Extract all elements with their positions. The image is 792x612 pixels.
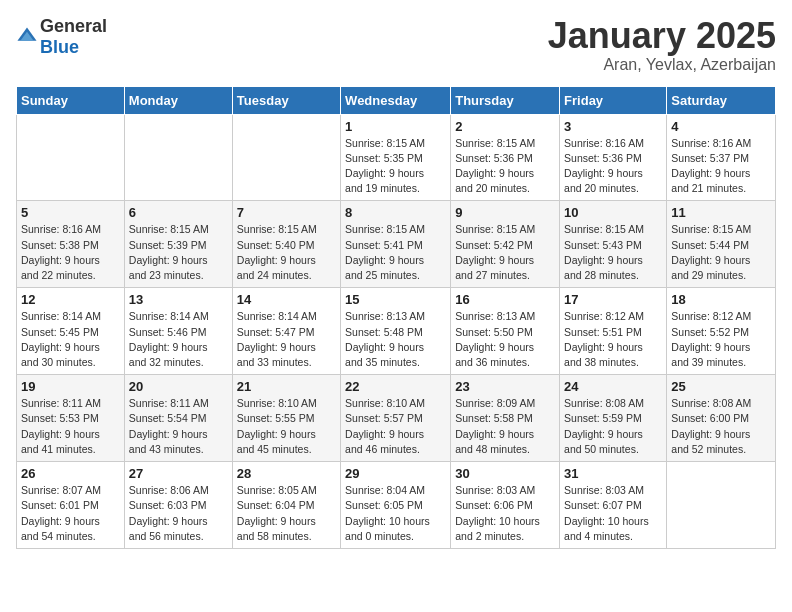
day-info: Sunrise: 8:11 AM Sunset: 5:54 PM Dayligh… bbox=[129, 396, 228, 457]
day-number: 9 bbox=[455, 205, 555, 220]
day-info: Sunrise: 8:03 AM Sunset: 6:07 PM Dayligh… bbox=[564, 483, 662, 544]
day-info: Sunrise: 8:15 AM Sunset: 5:41 PM Dayligh… bbox=[345, 222, 446, 283]
day-info: Sunrise: 8:03 AM Sunset: 6:06 PM Dayligh… bbox=[455, 483, 555, 544]
day-number: 23 bbox=[455, 379, 555, 394]
day-number: 10 bbox=[564, 205, 662, 220]
day-info: Sunrise: 8:13 AM Sunset: 5:50 PM Dayligh… bbox=[455, 309, 555, 370]
weekday-header-tuesday: Tuesday bbox=[232, 86, 340, 114]
day-number: 16 bbox=[455, 292, 555, 307]
calendar-cell: 4Sunrise: 8:16 AM Sunset: 5:37 PM Daylig… bbox=[667, 114, 776, 201]
day-info: Sunrise: 8:08 AM Sunset: 5:59 PM Dayligh… bbox=[564, 396, 662, 457]
day-info: Sunrise: 8:13 AM Sunset: 5:48 PM Dayligh… bbox=[345, 309, 446, 370]
day-info: Sunrise: 8:10 AM Sunset: 5:57 PM Dayligh… bbox=[345, 396, 446, 457]
calendar-cell bbox=[17, 114, 125, 201]
day-info: Sunrise: 8:15 AM Sunset: 5:43 PM Dayligh… bbox=[564, 222, 662, 283]
day-number: 5 bbox=[21, 205, 120, 220]
day-number: 31 bbox=[564, 466, 662, 481]
day-number: 21 bbox=[237, 379, 336, 394]
day-number: 6 bbox=[129, 205, 228, 220]
day-info: Sunrise: 8:15 AM Sunset: 5:42 PM Dayligh… bbox=[455, 222, 555, 283]
calendar-cell: 1Sunrise: 8:15 AM Sunset: 5:35 PM Daylig… bbox=[341, 114, 451, 201]
weekday-header-wednesday: Wednesday bbox=[341, 86, 451, 114]
weekday-header-sunday: Sunday bbox=[17, 86, 125, 114]
calendar-cell: 18Sunrise: 8:12 AM Sunset: 5:52 PM Dayli… bbox=[667, 288, 776, 375]
day-info: Sunrise: 8:14 AM Sunset: 5:46 PM Dayligh… bbox=[129, 309, 228, 370]
calendar-cell: 21Sunrise: 8:10 AM Sunset: 5:55 PM Dayli… bbox=[232, 375, 340, 462]
day-number: 11 bbox=[671, 205, 771, 220]
calendar-cell: 31Sunrise: 8:03 AM Sunset: 6:07 PM Dayli… bbox=[560, 462, 667, 549]
calendar-cell: 29Sunrise: 8:04 AM Sunset: 6:05 PM Dayli… bbox=[341, 462, 451, 549]
day-number: 4 bbox=[671, 119, 771, 134]
day-number: 12 bbox=[21, 292, 120, 307]
calendar-cell: 11Sunrise: 8:15 AM Sunset: 5:44 PM Dayli… bbox=[667, 201, 776, 288]
day-info: Sunrise: 8:11 AM Sunset: 5:53 PM Dayligh… bbox=[21, 396, 120, 457]
logo: General Blue bbox=[16, 16, 107, 58]
title-block: January 2025 Aran, Yevlax, Azerbaijan bbox=[548, 16, 776, 74]
day-info: Sunrise: 8:15 AM Sunset: 5:44 PM Dayligh… bbox=[671, 222, 771, 283]
calendar-cell: 9Sunrise: 8:15 AM Sunset: 5:42 PM Daylig… bbox=[451, 201, 560, 288]
calendar-cell: 2Sunrise: 8:15 AM Sunset: 5:36 PM Daylig… bbox=[451, 114, 560, 201]
calendar-cell bbox=[667, 462, 776, 549]
day-info: Sunrise: 8:08 AM Sunset: 6:00 PM Dayligh… bbox=[671, 396, 771, 457]
calendar-week-row: 26Sunrise: 8:07 AM Sunset: 6:01 PM Dayli… bbox=[17, 462, 776, 549]
calendar-table: SundayMondayTuesdayWednesdayThursdayFrid… bbox=[16, 86, 776, 549]
day-number: 7 bbox=[237, 205, 336, 220]
calendar-cell: 30Sunrise: 8:03 AM Sunset: 6:06 PM Dayli… bbox=[451, 462, 560, 549]
day-info: Sunrise: 8:05 AM Sunset: 6:04 PM Dayligh… bbox=[237, 483, 336, 544]
day-info: Sunrise: 8:16 AM Sunset: 5:37 PM Dayligh… bbox=[671, 136, 771, 197]
day-number: 26 bbox=[21, 466, 120, 481]
weekday-header-saturday: Saturday bbox=[667, 86, 776, 114]
calendar-cell: 28Sunrise: 8:05 AM Sunset: 6:04 PM Dayli… bbox=[232, 462, 340, 549]
calendar-cell: 19Sunrise: 8:11 AM Sunset: 5:53 PM Dayli… bbox=[17, 375, 125, 462]
weekday-header-thursday: Thursday bbox=[451, 86, 560, 114]
day-number: 2 bbox=[455, 119, 555, 134]
calendar-body: 1Sunrise: 8:15 AM Sunset: 5:35 PM Daylig… bbox=[17, 114, 776, 548]
day-number: 29 bbox=[345, 466, 446, 481]
day-number: 28 bbox=[237, 466, 336, 481]
weekday-header-monday: Monday bbox=[124, 86, 232, 114]
day-info: Sunrise: 8:07 AM Sunset: 6:01 PM Dayligh… bbox=[21, 483, 120, 544]
day-number: 19 bbox=[21, 379, 120, 394]
day-info: Sunrise: 8:15 AM Sunset: 5:40 PM Dayligh… bbox=[237, 222, 336, 283]
day-number: 3 bbox=[564, 119, 662, 134]
calendar-week-row: 12Sunrise: 8:14 AM Sunset: 5:45 PM Dayli… bbox=[17, 288, 776, 375]
day-number: 8 bbox=[345, 205, 446, 220]
day-number: 15 bbox=[345, 292, 446, 307]
day-number: 30 bbox=[455, 466, 555, 481]
day-info: Sunrise: 8:15 AM Sunset: 5:39 PM Dayligh… bbox=[129, 222, 228, 283]
day-number: 22 bbox=[345, 379, 446, 394]
calendar-week-row: 5Sunrise: 8:16 AM Sunset: 5:38 PM Daylig… bbox=[17, 201, 776, 288]
day-info: Sunrise: 8:16 AM Sunset: 5:38 PM Dayligh… bbox=[21, 222, 120, 283]
calendar-cell: 24Sunrise: 8:08 AM Sunset: 5:59 PM Dayli… bbox=[560, 375, 667, 462]
logo-blue-text: Blue bbox=[40, 37, 79, 57]
page-header: General Blue January 2025 Aran, Yevlax, … bbox=[16, 16, 776, 74]
calendar-cell: 25Sunrise: 8:08 AM Sunset: 6:00 PM Dayli… bbox=[667, 375, 776, 462]
day-info: Sunrise: 8:15 AM Sunset: 5:36 PM Dayligh… bbox=[455, 136, 555, 197]
day-number: 17 bbox=[564, 292, 662, 307]
calendar-cell: 14Sunrise: 8:14 AM Sunset: 5:47 PM Dayli… bbox=[232, 288, 340, 375]
calendar-cell: 12Sunrise: 8:14 AM Sunset: 5:45 PM Dayli… bbox=[17, 288, 125, 375]
logo-general-text: General bbox=[40, 16, 107, 36]
calendar-cell: 16Sunrise: 8:13 AM Sunset: 5:50 PM Dayli… bbox=[451, 288, 560, 375]
calendar-cell: 7Sunrise: 8:15 AM Sunset: 5:40 PM Daylig… bbox=[232, 201, 340, 288]
calendar-subtitle: Aran, Yevlax, Azerbaijan bbox=[548, 56, 776, 74]
weekday-header-row: SundayMondayTuesdayWednesdayThursdayFrid… bbox=[17, 86, 776, 114]
calendar-cell bbox=[232, 114, 340, 201]
day-info: Sunrise: 8:06 AM Sunset: 6:03 PM Dayligh… bbox=[129, 483, 228, 544]
calendar-week-row: 19Sunrise: 8:11 AM Sunset: 5:53 PM Dayli… bbox=[17, 375, 776, 462]
day-info: Sunrise: 8:12 AM Sunset: 5:52 PM Dayligh… bbox=[671, 309, 771, 370]
day-number: 20 bbox=[129, 379, 228, 394]
calendar-cell: 27Sunrise: 8:06 AM Sunset: 6:03 PM Dayli… bbox=[124, 462, 232, 549]
calendar-cell: 17Sunrise: 8:12 AM Sunset: 5:51 PM Dayli… bbox=[560, 288, 667, 375]
calendar-cell: 13Sunrise: 8:14 AM Sunset: 5:46 PM Dayli… bbox=[124, 288, 232, 375]
day-info: Sunrise: 8:04 AM Sunset: 6:05 PM Dayligh… bbox=[345, 483, 446, 544]
calendar-header: SundayMondayTuesdayWednesdayThursdayFrid… bbox=[17, 86, 776, 114]
day-info: Sunrise: 8:16 AM Sunset: 5:36 PM Dayligh… bbox=[564, 136, 662, 197]
calendar-cell: 3Sunrise: 8:16 AM Sunset: 5:36 PM Daylig… bbox=[560, 114, 667, 201]
logo-icon bbox=[16, 26, 38, 48]
calendar-cell: 6Sunrise: 8:15 AM Sunset: 5:39 PM Daylig… bbox=[124, 201, 232, 288]
calendar-cell: 23Sunrise: 8:09 AM Sunset: 5:58 PM Dayli… bbox=[451, 375, 560, 462]
calendar-cell: 22Sunrise: 8:10 AM Sunset: 5:57 PM Dayli… bbox=[341, 375, 451, 462]
calendar-cell: 26Sunrise: 8:07 AM Sunset: 6:01 PM Dayli… bbox=[17, 462, 125, 549]
calendar-cell: 10Sunrise: 8:15 AM Sunset: 5:43 PM Dayli… bbox=[560, 201, 667, 288]
